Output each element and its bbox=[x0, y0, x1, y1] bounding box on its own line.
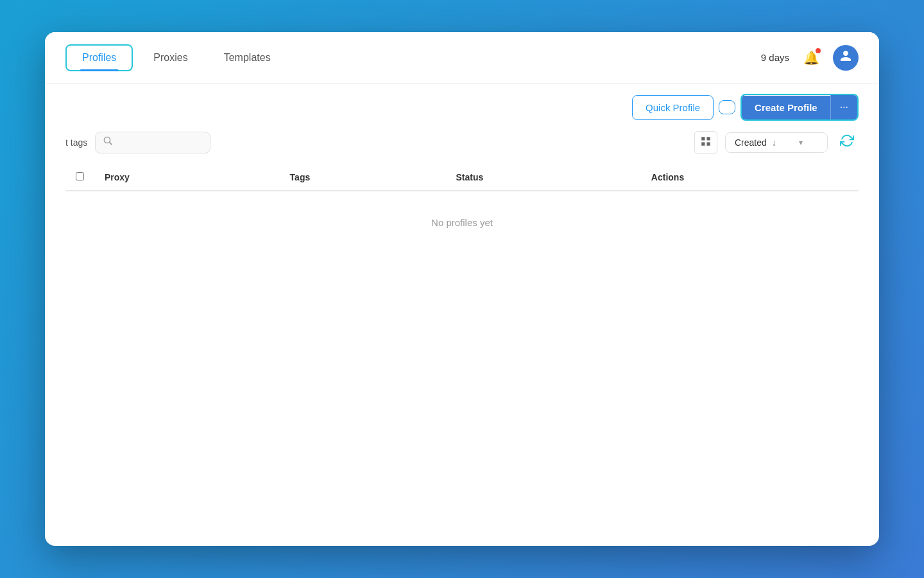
svg-rect-0 bbox=[701, 137, 705, 140]
create-profile-group: Create Profile ··· bbox=[740, 94, 859, 121]
svg-rect-2 bbox=[701, 142, 705, 145]
grid-view-button[interactable] bbox=[694, 131, 717, 154]
notification-dot bbox=[816, 48, 821, 53]
header: Profiles Proxies Templates 9 days 🔔 bbox=[45, 32, 879, 83]
table-header-status: Status bbox=[446, 164, 641, 191]
search-input[interactable] bbox=[119, 137, 202, 148]
table-header-actions: Actions bbox=[641, 164, 859, 191]
table-header-checkbox bbox=[65, 164, 94, 191]
tab-proxies[interactable]: Proxies bbox=[138, 46, 203, 70]
refresh-icon bbox=[840, 134, 854, 152]
header-right: 9 days 🔔 bbox=[761, 45, 859, 71]
user-icon bbox=[839, 49, 852, 66]
profiles-table: Proxy Tags Status Actions No profiles ye… bbox=[65, 164, 859, 254]
table-container: Proxy Tags Status Actions No profiles ye… bbox=[45, 164, 879, 546]
svg-rect-3 bbox=[707, 142, 710, 145]
svg-rect-1 bbox=[707, 137, 710, 140]
search-icon bbox=[103, 136, 114, 149]
empty-state-message: No profiles yet bbox=[65, 191, 859, 254]
sort-dropdown[interactable]: Created ↓ ▾ bbox=[725, 132, 828, 153]
sort-arrow-icon: ↓ bbox=[772, 137, 791, 148]
table-header-row: Proxy Tags Status Actions bbox=[65, 164, 859, 191]
search-box[interactable] bbox=[95, 132, 210, 153]
quick-profile-button[interactable]: Quick Profile bbox=[632, 95, 714, 120]
action-buttons: Quick Profile Create Profile ··· bbox=[632, 94, 859, 121]
refresh-button[interactable] bbox=[835, 131, 859, 154]
tab-profiles[interactable]: Profiles bbox=[65, 44, 133, 71]
sort-label: Created bbox=[735, 137, 767, 148]
more-icon: ··· bbox=[840, 101, 848, 112]
table-header-tags: Tags bbox=[280, 164, 446, 191]
quick-profile-apple-button[interactable] bbox=[719, 100, 735, 114]
avatar-button[interactable] bbox=[833, 45, 859, 71]
quick-profile-label: Quick Profile bbox=[646, 102, 700, 113]
table-header-proxy: Proxy bbox=[94, 164, 280, 191]
empty-state-row: No profiles yet bbox=[65, 191, 859, 254]
toolbar: Quick Profile Create Profile ··· bbox=[45, 83, 879, 131]
create-profile-more-button[interactable]: ··· bbox=[830, 95, 857, 119]
tab-templates[interactable]: Templates bbox=[209, 46, 286, 70]
tags-label: t tags bbox=[65, 137, 87, 148]
select-all-checkbox[interactable] bbox=[76, 172, 84, 180]
notification-button[interactable]: 🔔 bbox=[800, 46, 823, 69]
chevron-down-icon: ▾ bbox=[799, 138, 818, 147]
create-profile-button[interactable]: Create Profile bbox=[742, 96, 830, 119]
nav-tabs: Profiles Proxies Templates bbox=[65, 44, 761, 71]
days-remaining: 9 days bbox=[761, 52, 789, 63]
filter-row: t tags Created ↓ ▾ bbox=[45, 131, 879, 164]
create-profile-label: Create Profile bbox=[755, 102, 817, 113]
grid-icon bbox=[700, 136, 712, 150]
